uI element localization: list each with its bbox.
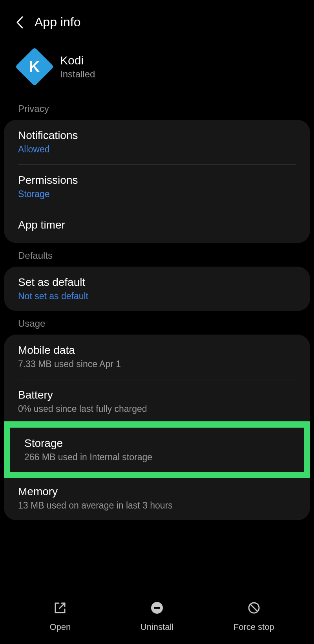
mobile-data-value: 7.33 MB used since Apr 1 <box>18 359 296 370</box>
chevron-left-icon <box>16 16 24 29</box>
notifications-item[interactable]: Notifications Allowed <box>4 120 310 164</box>
app-header: K Kodi Installed <box>0 41 314 96</box>
app-name: Kodi <box>60 54 95 67</box>
storage-highlight: Storage 266 MB used in Internal storage <box>4 421 310 478</box>
uninstall-button[interactable]: Uninstall <box>109 601 206 632</box>
set-default-value: Not set as default <box>18 291 296 302</box>
battery-value: 0% used since last fully charged <box>18 404 296 414</box>
memory-item[interactable]: Memory 13 MB used on average in last 3 h… <box>4 476 310 520</box>
uninstall-label: Uninstall <box>141 622 173 632</box>
page-title: App info <box>35 15 80 29</box>
force-stop-icon <box>247 601 261 615</box>
section-label-privacy: Privacy <box>0 96 314 120</box>
usage-card: Mobile data 7.33 MB used since Apr 1 Bat… <box>4 335 310 520</box>
app-status: Installed <box>60 69 95 80</box>
uninstall-icon <box>150 601 164 615</box>
permissions-value: Storage <box>18 189 296 199</box>
force-stop-label: Force stop <box>234 622 274 632</box>
open-icon <box>53 601 67 615</box>
storage-value: 266 MB used in Internal storage <box>24 452 290 463</box>
permissions-title: Permissions <box>18 174 296 187</box>
battery-title: Battery <box>18 389 296 401</box>
mobile-data-title: Mobile data <box>18 344 296 357</box>
mobile-data-item[interactable]: Mobile data 7.33 MB used since Apr 1 <box>4 335 310 379</box>
defaults-card: Set as default Not set as default <box>4 267 310 311</box>
app-icon: K <box>15 48 54 86</box>
notifications-value: Allowed <box>18 144 296 155</box>
open-label: Open <box>49 622 71 632</box>
section-label-defaults: Defaults <box>0 243 314 267</box>
privacy-card: Notifications Allowed Permissions Storag… <box>4 120 310 243</box>
section-label-usage: Usage <box>0 311 314 335</box>
memory-title: Memory <box>18 485 296 498</box>
battery-item[interactable]: Battery 0% used since last fully charged <box>4 379 310 424</box>
notifications-title: Notifications <box>18 129 296 142</box>
set-default-title: Set as default <box>18 276 296 289</box>
memory-value: 13 MB used on average in last 3 hours <box>18 500 296 511</box>
storage-item[interactable]: Storage 266 MB used in Internal storage <box>10 428 304 472</box>
bottom-bar: Open Uninstall Force stop <box>0 589 314 644</box>
permissions-item[interactable]: Permissions Storage <box>4 165 310 209</box>
svg-rect-1 <box>154 607 160 609</box>
open-button[interactable]: Open <box>12 601 109 632</box>
app-timer-title: App timer <box>18 219 296 231</box>
back-button[interactable] <box>16 16 24 29</box>
set-default-item[interactable]: Set as default Not set as default <box>4 267 310 311</box>
storage-title: Storage <box>24 437 290 450</box>
force-stop-button[interactable]: Force stop <box>205 601 302 632</box>
app-timer-item[interactable]: App timer <box>4 209 310 243</box>
